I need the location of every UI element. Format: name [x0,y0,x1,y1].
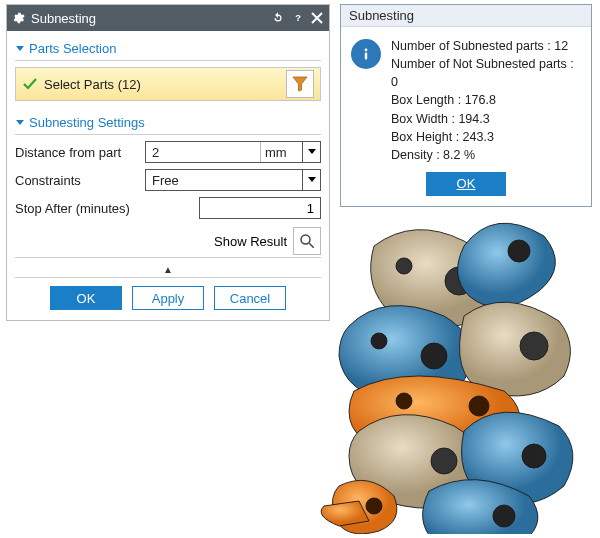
parts-selection-header[interactable]: Parts Selection [15,37,321,58]
select-parts-row[interactable]: Select Parts (12) [15,67,321,101]
info-line: Number of Not Subnested parts0 [391,55,581,91]
svg-point-15 [366,498,382,514]
info-line: Density8.2 % [391,146,581,164]
cancel-button[interactable]: Cancel [214,286,286,310]
help-icon[interactable]: ? [291,11,305,25]
show-result-label: Show Result [214,234,287,249]
divider [15,134,321,135]
subnested-parts-icon [314,196,598,534]
distance-unit: mm [260,142,302,162]
svg-point-7 [508,240,530,262]
info-line: Number of Subnested parts12 [391,37,581,55]
select-parts-label: Select Parts (12) [44,77,280,92]
show-result-row: Show Result [15,227,321,255]
dialog-title: Subnesting [341,5,591,27]
settings-label: Subnesting Settings [29,115,145,130]
svg-point-11 [469,396,489,416]
constraints-combo[interactable]: Free [145,169,321,191]
refresh-icon[interactable] [271,11,285,25]
ok-button[interactable]: OK [50,286,122,310]
stop-after-row: Stop After (minutes) [15,197,321,219]
chevron-down-icon [15,44,25,54]
constraints-label: Constraints [15,173,145,188]
panel-title: Subnesting [31,11,265,26]
panel-body: Parts Selection Select Parts (12) Subnes… [7,31,329,320]
svg-point-8 [421,343,447,369]
chevron-down-icon[interactable] [302,142,320,162]
svg-point-13 [431,448,457,474]
constraints-row: Constraints Free [15,169,321,191]
close-icon[interactable] [311,12,323,24]
svg-text:?: ? [295,13,301,23]
dialog-body: Number of Subnested parts12 Number of No… [341,27,591,168]
svg-point-16 [493,505,515,527]
apply-button[interactable]: Apply [132,286,204,310]
3d-viewport[interactable] [314,196,598,534]
svg-rect-4 [365,53,367,60]
info-dialog: Subnesting Number of Subnested parts12 N… [340,4,592,207]
parts-selection-label: Parts Selection [29,41,116,56]
divider [15,277,321,278]
subnesting-panel: Subnesting ? Parts Selection Select Part… [6,4,330,321]
stop-after-label: Stop After (minutes) [15,201,195,216]
panel-titlebar: Subnesting ? [7,5,329,31]
chevron-down-icon[interactable] [302,170,320,190]
svg-point-10 [520,332,548,360]
info-list: Number of Subnested parts12 Number of No… [391,37,581,164]
divider [15,60,321,61]
svg-point-9 [371,333,387,349]
constraints-value[interactable]: Free [146,170,302,190]
chevron-down-icon [15,118,25,128]
gear-icon[interactable] [11,11,25,25]
distance-combo[interactable]: 2 mm [145,141,321,163]
divider [15,257,321,258]
stop-after-input[interactable] [199,197,321,219]
info-line: Box Width194.3 [391,110,581,128]
svg-point-14 [522,444,546,468]
distance-row: Distance from part 2 mm [15,141,321,163]
info-icon [351,39,381,69]
dialog-ok-button[interactable]: OK [426,172,506,196]
distance-label: Distance from part [15,145,145,160]
svg-point-3 [365,49,368,52]
info-line: Box Height243.3 [391,128,581,146]
panel-button-row: OK Apply Cancel [15,286,321,312]
filter-funnel-icon[interactable] [286,70,314,98]
svg-point-1 [301,235,310,244]
info-line: Box Length176.8 [391,91,581,109]
subnesting-settings-header[interactable]: Subnesting Settings [15,111,321,132]
svg-point-6 [396,258,412,274]
check-icon [22,76,38,92]
distance-value[interactable]: 2 [146,142,260,162]
svg-point-12 [396,393,412,409]
collapse-grip-icon[interactable]: ▲ [15,264,321,275]
